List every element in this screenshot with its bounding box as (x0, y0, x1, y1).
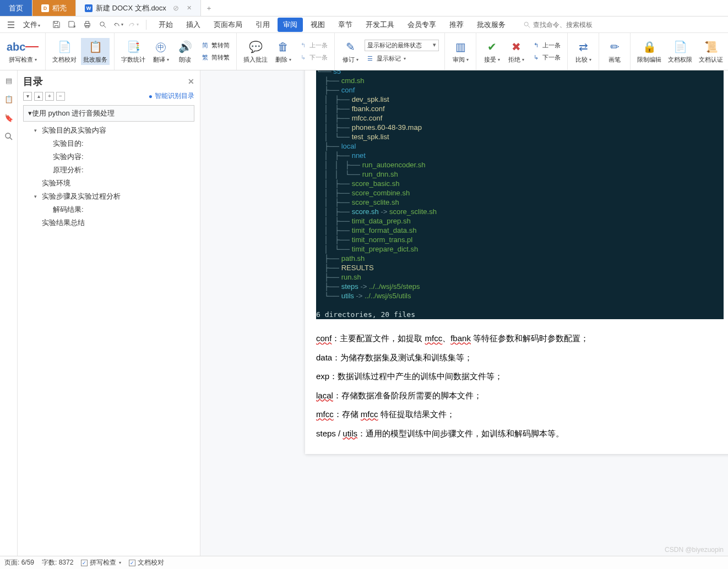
proofread-button[interactable]: 📄文档校对 (50, 38, 79, 65)
correction-label: 批改服务 (83, 56, 107, 64)
spell-check-label: 拼写检查 (9, 56, 33, 64)
ribbon-tab-1[interactable]: 插入 (181, 18, 206, 32)
redo-icon[interactable]: ▾ (127, 19, 139, 31)
toc-item-label: 实验目的及实验内容 (42, 125, 106, 135)
display-mode-combo[interactable]: 显示标记的最终状态 (365, 40, 439, 51)
t: ：通用的模型训练中间步骤文件，如训练和解码脚本等。 (357, 429, 564, 438)
page-indicator[interactable]: 页面: 6/59 (4, 558, 34, 567)
ribbon-tab-0[interactable]: 开始 (153, 18, 178, 32)
permission-icon: 📄 (673, 39, 687, 54)
translate-icon: ㊥ (155, 39, 166, 54)
delete-comment-button[interactable]: 🗑删除▾ (272, 38, 294, 65)
next-comment-button[interactable]: ↳下一条 (297, 53, 329, 63)
accept-button[interactable]: ✔接受▾ (481, 38, 503, 65)
insert-comment-button[interactable]: 💬插入批注 (241, 38, 270, 65)
toc-item-label: 实验目的: (53, 139, 84, 149)
new-tab-button[interactable]: ＋ (201, 0, 218, 16)
t: ：主要配置文件，如提取 (332, 333, 425, 343)
reject-button[interactable]: ✖拒绝▾ (505, 38, 527, 65)
toc-item[interactable]: 原理分析: (23, 163, 194, 177)
bookmark-icon[interactable]: 🔖 (3, 112, 14, 123)
prev-change-button[interactable]: ↰上一条 (530, 41, 562, 51)
toc-item[interactable]: 实验结果总结 (23, 216, 194, 229)
ribbon-tab-10[interactable]: 批改服务 (471, 18, 511, 32)
restrict-edit-button[interactable]: 🔒限制编辑 (635, 38, 664, 65)
show-markup-button[interactable]: ☰显示标记▾ (365, 53, 439, 63)
toc-item[interactable]: 实验内容: (23, 150, 194, 163)
tab-docu-label: 稻壳 (52, 3, 67, 13)
word-doc-icon: W (85, 4, 93, 12)
remove-heading-button[interactable]: − (56, 92, 65, 101)
hamburger-icon[interactable] (4, 18, 18, 31)
status-spell-check[interactable]: ✓拼写检查▾ (81, 558, 121, 567)
word-count[interactable]: 字数: 8372 (42, 558, 73, 567)
tab-docu[interactable]: D稻壳 (32, 0, 76, 16)
add-heading-button[interactable]: + (45, 92, 54, 101)
ribbon-tab-6[interactable]: 章节 (333, 18, 358, 32)
clipboard-icon[interactable]: 📋 (3, 94, 14, 105)
smart-toc-button[interactable]: 智能识别目录 (149, 91, 194, 101)
tab-home[interactable]: 首页 (0, 0, 32, 16)
toc-item-label: 原理分析: (53, 165, 84, 175)
svg-point-4 (524, 22, 528, 26)
ink-button[interactable]: ✏画笔 (604, 38, 626, 65)
prev-change-icon: ↰ (531, 41, 540, 50)
simp-to-trad-button[interactable]: 繁简转繁 (199, 53, 231, 63)
toc-item[interactable]: 解码结果: (23, 203, 194, 216)
tab-document[interactable]: W 新建 DOCX 文档.docx ⊘ ✕ (76, 0, 201, 16)
correction-service-button[interactable]: 📋批改服务 (81, 38, 110, 65)
close-icon[interactable]: ✕ (187, 4, 192, 12)
toc-item[interactable]: 实验环境 (23, 177, 194, 190)
toc-item[interactable]: ▾实验目的及实验内容 (23, 124, 194, 137)
search-input[interactable] (533, 21, 610, 29)
print-icon[interactable] (81, 19, 93, 31)
wordcount-button[interactable]: 📑字数统计 (119, 38, 148, 65)
ribbon-tab-9[interactable]: 推荐 (444, 18, 469, 32)
ribbon-tab-8[interactable]: 会员专享 (402, 18, 442, 32)
toc-item[interactable]: ▾实验步骤及实验过程分析 (23, 190, 194, 203)
watermark: CSDN @biyezuopin (665, 546, 724, 554)
toc-item[interactable]: ▾使用 python 进行音频处理 (23, 105, 194, 122)
status-proofread[interactable]: ✓文档校对 (129, 558, 164, 567)
review-pane-button[interactable]: ▥审阅▾ (449, 38, 471, 65)
ribbon-tab-7[interactable]: 开发工具 (360, 18, 400, 32)
document-canvas[interactable]: candymonster@candymonster ~/kaldi-trunk/… (200, 70, 728, 556)
expand-all-button[interactable]: ▴ (34, 92, 43, 101)
search-panel-icon[interactable] (3, 131, 14, 142)
ribbon-tab-2[interactable]: 页面布局 (208, 18, 248, 32)
check-icon: ✓ (129, 560, 135, 566)
print-preview-icon[interactable] (96, 19, 108, 31)
review-pane-icon: ▥ (455, 39, 466, 54)
trad-to-simp-button[interactable]: 简繁转简 (199, 41, 231, 51)
undo-icon[interactable]: ▾ (112, 19, 124, 31)
nav-title: 目录 (23, 75, 43, 88)
save-icon[interactable] (50, 19, 62, 31)
collapse-all-button[interactable]: ▾ (23, 92, 32, 101)
ribbon-tab-3[interactable]: 引用 (250, 18, 275, 32)
ribbon-tab-5[interactable]: 视图 (305, 18, 330, 32)
compare-icon: ⇄ (579, 39, 588, 54)
t: 等特征参数和解码时参数配置； (471, 333, 589, 343)
navigation-pane: 目录✕ ▾ ▴ + − 智能识别目录 ▾使用 python 进行音频处理▾实验目… (18, 70, 200, 556)
spell-check-button[interactable]: abc拼写检查▾ (4, 38, 41, 65)
t: utils (343, 429, 357, 438)
doc-permission-button[interactable]: 📄文档权限 (666, 38, 694, 65)
outline-icon[interactable]: ▤ (3, 75, 14, 86)
doc-cert-button[interactable]: 📜文档认证 (697, 38, 725, 65)
prev-comment-button[interactable]: ↰上一条 (297, 41, 329, 51)
command-search[interactable] (523, 21, 610, 29)
tab-home-label: 首页 (9, 3, 23, 13)
nav-close-icon[interactable]: ✕ (188, 77, 194, 86)
read-aloud-button[interactable]: 🔊朗读 (174, 38, 196, 65)
track-changes-button[interactable]: ✎修订▾ (339, 38, 361, 65)
toc-item[interactable]: 实验目的: (23, 137, 194, 150)
compare-button[interactable]: ⇄比较▾ (572, 38, 594, 65)
track-icon: ✎ (346, 39, 355, 54)
file-menu[interactable]: 文件▾ (19, 20, 45, 30)
tab-dirty-icon: ⊘ (173, 4, 179, 12)
track-label: 修订 (343, 56, 355, 64)
next-change-button[interactable]: ↳下一条 (530, 53, 562, 63)
ribbon-tab-4[interactable]: 审阅 (278, 18, 303, 32)
translate-button[interactable]: ㊥翻译▾ (150, 38, 172, 65)
save-as-icon[interactable] (66, 19, 78, 31)
